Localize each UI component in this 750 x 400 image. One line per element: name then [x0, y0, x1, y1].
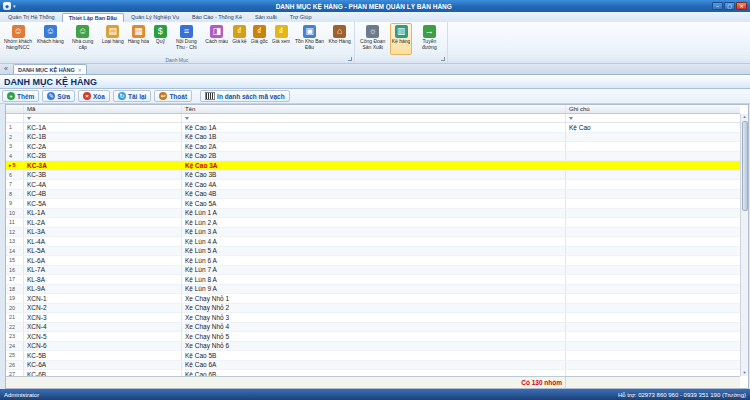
ribbon-button[interactable]: ₫Giá xem: [270, 23, 293, 55]
ribbon-tab[interactable]: Quản Trị Hệ Thống: [2, 13, 61, 22]
row-number: 21: [6, 313, 24, 322]
table-row[interactable]: 9KC-5AKệ Cao 5A: [6, 199, 740, 209]
group-dialog-launcher-icon[interactable]: [441, 57, 445, 61]
cell-ma: KC-2B: [24, 152, 182, 161]
ribbon-button[interactable]: ☼Công Đoạn Sản Xuất: [356, 23, 390, 55]
ribbon-button[interactable]: ₫Giá gốc: [249, 23, 270, 55]
table-row[interactable]: 3KC-2AKệ Cao 2A: [6, 142, 740, 152]
cell-ghichu: [566, 161, 740, 170]
table-row[interactable]: ▸5KC-3AKệ Cao 3A: [6, 161, 740, 171]
cell-ten: Xe Chạy Nhỏ 4: [182, 323, 566, 332]
table-row[interactable]: 17KL-8AKệ Lùn 8 A: [6, 275, 740, 285]
ribbon-tab[interactable]: Sản xuất: [249, 13, 283, 22]
cell-ghichu: [566, 228, 740, 237]
titlebar: ◆ ▾ DANH MỤC KỆ HÀNG - PHẦN MỀM QUẢN LÝ …: [0, 0, 750, 12]
table-row[interactable]: 10KL-1AKệ Lùn 1 A: [6, 209, 740, 219]
table-row[interactable]: 13KL-4AKệ Lùn 4 A: [6, 237, 740, 247]
filter-cell-ma[interactable]: [24, 114, 182, 122]
ribbon-button[interactable]: ▣Tồn Kho Ban Đầu: [292, 23, 326, 55]
reload-button[interactable]: ↻ Tải lại: [113, 90, 151, 102]
ribbon-tab[interactable]: Báo Cáo - Thống Kê: [186, 13, 248, 22]
filter-cell-ghichu[interactable]: [566, 114, 740, 122]
column-header-ten[interactable]: Tên: [182, 105, 566, 113]
app-icon[interactable]: ◆: [3, 2, 11, 10]
ribbon-button[interactable]: $Quỹ: [151, 23, 169, 55]
table-row[interactable]: 15KL-6AKệ Lùn 6 A: [6, 256, 740, 266]
ribbon-button[interactable]: ◨Cách màu: [203, 23, 230, 55]
table-row[interactable]: 16KL-7AKệ Lùn 7 A: [6, 266, 740, 276]
table-row[interactable]: 4KC-2BKệ Cao 2B: [6, 152, 740, 162]
print-barcode-button[interactable]: In danh sách mã vạch: [200, 90, 290, 102]
close-button[interactable]: ✕: [736, 2, 747, 10]
ribbon-button[interactable]: ⌂Kho Hàng: [326, 23, 352, 55]
table-row[interactable]: 18KL-9AKệ Lùn 9 A: [6, 285, 740, 295]
table-row[interactable]: 20XCN-2Xe Chạy Nhỏ 2: [6, 304, 740, 314]
close-icon[interactable]: ✕: [78, 67, 82, 73]
ribbon-button[interactable]: ▦Hàng hóa: [126, 23, 152, 55]
collapse-panel-button[interactable]: «: [1, 64, 11, 74]
filter-funnel-icon[interactable]: [27, 117, 31, 120]
ribbon-button[interactable]: ≡Nội Dung Thu - Chi: [169, 23, 203, 55]
ribbon-tab[interactable]: Trợ Giúp: [284, 13, 318, 22]
table-row[interactable]: 25KC-5BKệ Cao 5B: [6, 351, 740, 361]
maximize-button[interactable]: ▢: [724, 2, 735, 10]
delete-button[interactable]: × Xóa: [78, 90, 110, 102]
warehouse-icon: ⌂: [333, 25, 346, 38]
ribbon-tab[interactable]: Quản Lý Nghiệp Vụ: [125, 13, 185, 22]
cell-ma: KC-5B: [24, 351, 182, 360]
table-row[interactable]: 8KC-4BKệ Cao 4B: [6, 190, 740, 200]
ribbon-button[interactable]: ₫Giá kệ: [230, 23, 248, 55]
ribbon-button[interactable]: ▥Kệ hàng: [390, 23, 413, 55]
chevron-down-icon[interactable]: ▾: [13, 3, 16, 9]
minimize-button[interactable]: –: [712, 2, 723, 10]
cell-ma: KC-1B: [24, 133, 182, 142]
edit-button[interactable]: ✎ Sửa: [42, 90, 75, 102]
ribbon-button[interactable]: →Tuyến đường: [412, 23, 446, 55]
column-header-ma[interactable]: Mã: [24, 105, 182, 113]
filter-cell-ten[interactable]: [182, 114, 566, 122]
table-row[interactable]: 14KL-5AKệ Lùn 5 A: [6, 247, 740, 257]
scrollbar-thumb[interactable]: [742, 121, 748, 211]
vertical-scrollbar[interactable]: ▲ ▼: [740, 114, 748, 376]
row-number: 10: [6, 209, 24, 218]
filter-cell-num: [6, 114, 24, 122]
ribbon-group-caption-label: Danh Mục: [165, 57, 188, 63]
table-row[interactable]: 1KC-1AKệ Cao 1AKệ Cao: [6, 123, 740, 133]
table-row[interactable]: 22XCN-4Xe Chạy Nhỏ 4: [6, 323, 740, 333]
cell-ghichu: [566, 294, 740, 303]
table-row[interactable]: 19XCN-1Xe Chạy Nhỏ 1: [6, 294, 740, 304]
column-header-ghichu[interactable]: Ghi chú: [566, 105, 740, 113]
filter-funnel-icon[interactable]: [569, 117, 573, 120]
ribbon-button[interactable]: ☺Nhà cung cấp: [66, 23, 100, 55]
window-controls: – ▢ ✕: [712, 2, 747, 10]
row-number: 8: [6, 190, 24, 199]
table-row[interactable]: 11KL-2AKệ Lùn 2 A: [6, 218, 740, 228]
ribbon-button[interactable]: ☺Khách hàng: [35, 23, 66, 55]
add-button[interactable]: + Thêm: [2, 90, 39, 102]
filter-funnel-icon[interactable]: [185, 117, 189, 120]
cell-ten: Xe Chạy Nhỏ 6: [182, 342, 566, 351]
group-dialog-launcher-icon[interactable]: [348, 57, 352, 61]
table-row[interactable]: 23XCN-5Xe Chạy Nhỏ 5: [6, 332, 740, 342]
tab-danh-muc-ke-hang[interactable]: DANH MỤC KỆ HÀNG ✕: [13, 64, 87, 74]
cell-ghichu: [566, 247, 740, 256]
cell-ma: KC-6A: [24, 361, 182, 370]
table-row[interactable]: 6KC-3BKệ Cao 3B: [6, 171, 740, 181]
table-row[interactable]: 7KC-4AKệ Cao 4A: [6, 180, 740, 190]
color-icon: ◨: [210, 25, 223, 38]
table-row[interactable]: 24XCN-6Xe Chạy Nhỏ 6: [6, 342, 740, 352]
status-bar: Administrator Hỗ trợ: 02973 860 960 - 09…: [0, 389, 750, 400]
ribbon-button[interactable]: ▤Loại hàng: [100, 23, 126, 55]
row-number: 15: [6, 256, 24, 265]
ribbon-tab[interactable]: Thiết Lập Ban Đầu: [62, 13, 124, 22]
table-row[interactable]: 26KC-6AKệ Cao 6A: [6, 361, 740, 371]
scroll-up-icon[interactable]: ▲: [743, 114, 747, 120]
ribbon-button[interactable]: ☺Nhóm khách hàng/NCC: [1, 23, 35, 55]
table-row[interactable]: 12KL-3AKệ Lùn 3 A: [6, 228, 740, 238]
table-row[interactable]: 21XCN-3Xe Chạy Nhỏ 3: [6, 313, 740, 323]
ribbon-button-label: Hàng hóa: [128, 39, 150, 45]
table-row[interactable]: 2KC-1BKệ Cao 1B: [6, 133, 740, 143]
scroll-down-icon[interactable]: ▼: [743, 370, 747, 376]
exit-button[interactable]: ↩ Thoát: [154, 90, 192, 102]
row-number: 2: [6, 133, 24, 142]
